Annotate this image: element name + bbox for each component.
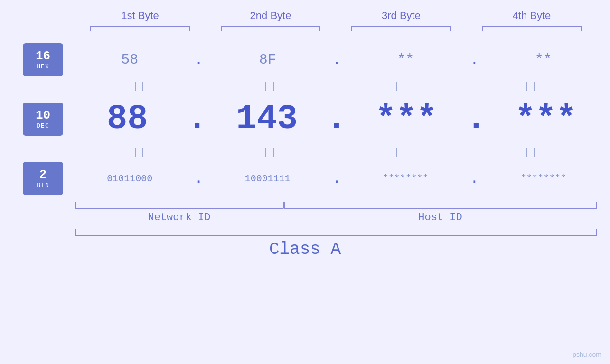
bin-base-number: 2	[39, 168, 47, 182]
hex-byte3: **	[356, 52, 455, 68]
eq1-b3: ||	[351, 81, 451, 92]
bin-byte1: 01011000	[80, 173, 179, 184]
top-brackets	[75, 26, 597, 31]
equals-row-1: || || || ||	[75, 79, 597, 93]
bottom-section: Network ID Host ID	[75, 202, 597, 224]
eq2-b4: ||	[482, 147, 582, 158]
bin-byte2: 10001111	[218, 173, 318, 184]
main-container: 1st Byte 2nd Byte 3rd Byte 4th Byte 16 H…	[0, 0, 610, 364]
bin-base-text: BIN	[37, 182, 49, 189]
eq1-b4: ||	[482, 81, 582, 92]
host-id-label: Host ID	[284, 212, 597, 224]
class-label: Class A	[269, 240, 341, 259]
network-id-label: Network ID	[75, 212, 284, 224]
equals-row-2: || || || ||	[75, 145, 597, 159]
dec-base-text: DEC	[37, 122, 49, 130]
dec-values: 88 . 143 . *** . ***	[63, 100, 610, 139]
dec-dot3: .	[466, 100, 486, 139]
dec-byte3: ***	[357, 100, 456, 139]
bin-byte4: ********	[494, 173, 593, 184]
bin-dot2: .	[332, 170, 341, 187]
dec-label-box: 10 DEC	[23, 103, 63, 136]
eq2-b2: ||	[221, 147, 320, 158]
bottom-labels: Network ID Host ID	[75, 212, 597, 224]
hex-row: 16 HEX 58 . 8F . ** . **	[0, 41, 610, 79]
byte1-header: 1st Byte	[85, 9, 195, 22]
bin-dot3: .	[470, 170, 479, 187]
bracket-byte4	[482, 26, 582, 31]
bin-values: 01011000 . 10001111 . ******** . *******…	[63, 170, 610, 187]
bottom-bracket-host	[284, 202, 597, 209]
bin-dot1: .	[194, 170, 203, 187]
hex-base-number: 16	[36, 49, 50, 63]
dec-byte1: 88	[77, 100, 177, 139]
hex-byte2: 8F	[218, 52, 318, 68]
bottom-brackets	[75, 202, 597, 209]
bracket-byte1	[90, 26, 190, 31]
dec-dot1: .	[187, 100, 207, 139]
bracket-byte2	[221, 26, 320, 31]
eq2-b3: ||	[351, 147, 451, 158]
hex-dot3: .	[470, 51, 479, 69]
byte4-header: 4th Byte	[477, 9, 586, 22]
byte2-header: 2nd Byte	[216, 9, 325, 22]
bin-label-box: 2 BIN	[23, 162, 63, 195]
bottom-bracket-network	[75, 202, 284, 209]
bracket-byte3	[351, 26, 451, 31]
hex-dot1: .	[194, 51, 203, 69]
byte-headers-row: 1st Byte 2nd Byte 3rd Byte 4th Byte	[75, 9, 597, 22]
dec-byte2: 143	[217, 100, 317, 139]
hex-byte4: **	[494, 52, 593, 68]
big-bottom-bracket	[75, 229, 597, 236]
dec-row: 10 DEC 88 . 143 . *** . ***	[0, 93, 610, 145]
bin-byte3: ********	[356, 173, 455, 184]
hex-base-text: HEX	[37, 63, 49, 70]
hex-label-box: 16 HEX	[23, 43, 63, 76]
dec-base-number: 10	[36, 109, 50, 122]
eq1-b2: ||	[221, 81, 320, 92]
eq2-b1: ||	[90, 147, 190, 158]
dec-byte4: ***	[496, 100, 596, 139]
bin-row: 2 BIN 01011000 . 10001111 . ******** . *…	[0, 159, 610, 197]
hex-values: 58 . 8F . ** . **	[63, 51, 610, 69]
byte3-header: 3rd Byte	[347, 9, 456, 22]
hex-byte1: 58	[80, 52, 179, 68]
watermark: ipshu.com	[571, 351, 601, 358]
hex-dot2: .	[332, 51, 341, 69]
dec-dot2: .	[326, 100, 347, 139]
eq1-b1: ||	[90, 81, 190, 92]
